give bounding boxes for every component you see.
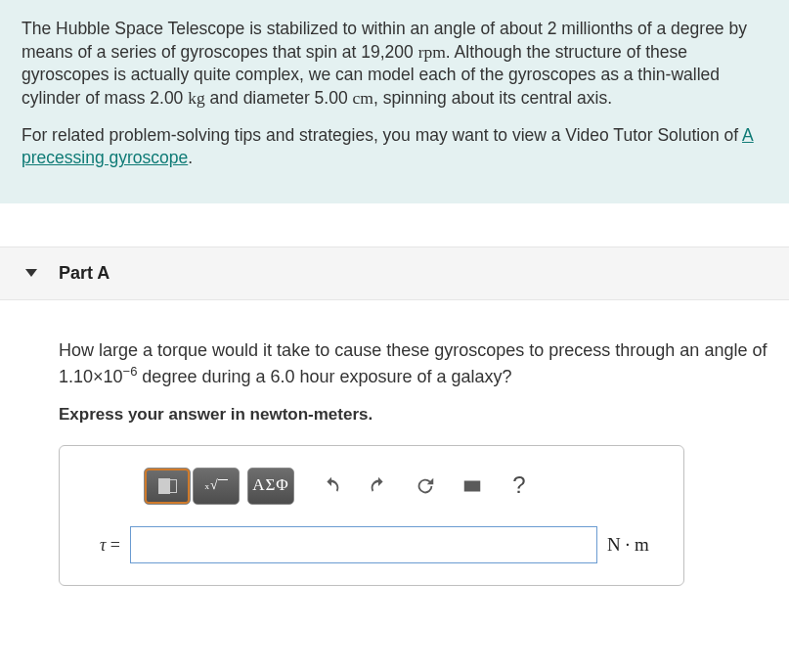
keyboard-button[interactable] (451, 468, 494, 505)
problem-intro: The Hubble Space Telescope is stabilized… (0, 0, 789, 203)
radical-icon: x√ (204, 475, 227, 495)
intro-text: For related problem-solving tips and str… (22, 125, 742, 145)
equation-toolbar: x√ ΑΣΦ ? (144, 466, 666, 507)
redo-icon (368, 475, 389, 497)
answer-lhs: τ = (77, 532, 120, 558)
intro-text: , spinning about its central axis. (373, 88, 612, 108)
redo-button[interactable] (357, 468, 400, 505)
caret-down-icon (25, 269, 37, 277)
answer-input[interactable] (130, 526, 597, 563)
template-button-group: x√ (144, 468, 240, 505)
reset-icon (415, 475, 436, 497)
part-label: Part A (59, 263, 110, 284)
part-a-body: How large a torque would it take to caus… (0, 300, 789, 605)
undo-button[interactable] (310, 468, 353, 505)
unit-cm: cm (353, 88, 373, 108)
intro-paragraph-1: The Hubble Space Telescope is stabilized… (22, 18, 767, 111)
intro-paragraph-2: For related problem-solving tips and str… (22, 124, 767, 170)
question-text: How large a torque would it take to caus… (59, 337, 767, 389)
question-suffix: degree during a 6.0 hour exposure of a g… (137, 367, 511, 386)
template-palette-button[interactable] (144, 468, 191, 505)
intro-text: . (188, 148, 193, 167)
radical-fraction-button[interactable]: x√ (193, 468, 240, 505)
answer-row: τ = N · m (77, 526, 666, 563)
answer-unit: N · m (607, 531, 666, 559)
greek-symbols-button[interactable]: ΑΣΦ (247, 468, 294, 505)
unit-kg: kg (188, 88, 205, 108)
palette-icon (158, 478, 177, 494)
question-exponent: −6 (123, 364, 138, 379)
answer-box: x√ ΑΣΦ ? τ = N · m (59, 445, 684, 586)
keyboard-icon (461, 475, 483, 497)
intro-text: and diameter 5.00 (205, 88, 353, 108)
equals-sign: = (106, 535, 120, 555)
reset-button[interactable] (404, 468, 447, 505)
unit-rpm: rpm (418, 42, 446, 62)
answer-instruction: Express your answer in newton-meters. (59, 403, 767, 427)
part-a-header[interactable]: Part A (0, 246, 789, 300)
undo-icon (321, 475, 342, 497)
help-button[interactable]: ? (498, 468, 541, 505)
